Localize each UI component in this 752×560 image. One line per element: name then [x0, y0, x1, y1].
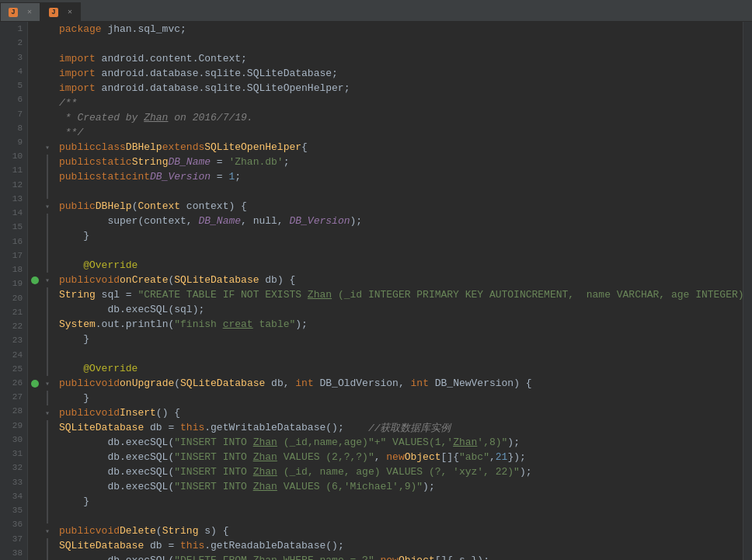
fold-gutter-line-29: [42, 435, 53, 450]
tab-dbhelp[interactable]: J ✕: [40, 2, 81, 21]
line-number-3: 3: [0, 50, 27, 64]
breakpoint-dot-18[interactable]: [31, 277, 39, 284]
left-icon-line-11: [28, 169, 42, 184]
line-number-25: 25: [0, 362, 27, 376]
code-line-34: [53, 509, 743, 523]
fold-gutter-line-5: [42, 81, 53, 96]
code-line-8: **/: [53, 125, 743, 140]
left-icon-line-13: [28, 199, 42, 214]
code-line-33: }: [53, 494, 743, 509]
fold-gutter-line-15: [42, 228, 53, 243]
code-line-19: String sql = "CREATE TABLE IF NOT EXISTS…: [53, 287, 743, 302]
tab-close-dbhelp[interactable]: ✕: [68, 9, 72, 16]
left-icon-line-12: [28, 184, 42, 199]
left-icon-line-19: [28, 287, 42, 302]
fold-gutter-line-33: [42, 494, 53, 509]
left-icon-line-6: [28, 96, 42, 110]
fold-gutter-line-8: [42, 125, 53, 140]
line-number-33: 33: [0, 475, 27, 489]
line-number-31: 31: [0, 447, 27, 461]
line-number-7: 7: [0, 106, 27, 120]
line-number-16: 16: [0, 235, 27, 249]
fold-gutter-line-35[interactable]: ▾: [42, 523, 53, 538]
breakpoint-dot-25[interactable]: [31, 380, 39, 388]
line-number-32: 32: [0, 461, 27, 475]
code-line-32: db.execSQL("INSERT INTO Zhan VALUES (6,'…: [53, 479, 743, 494]
fold-gutter-line-32: [42, 479, 53, 494]
code-area[interactable]: package jhan.sql_mvc; import android.con…: [53, 22, 743, 560]
fold-gutter-line-2: [42, 37, 53, 51]
fold-gutter-line-26: [42, 391, 53, 405]
code-line-15: }: [53, 228, 743, 243]
tab-close-mainactivity[interactable]: ✕: [27, 9, 32, 16]
left-icon-line-36: [28, 538, 42, 553]
fold-gutter-line-25[interactable]: ▾: [42, 376, 53, 391]
line-number-24: 24: [0, 347, 27, 361]
tab-mainactivity[interactable]: J ✕: [0, 2, 40, 21]
fold-gutter-line-11: [42, 169, 53, 184]
fold-gutter-line-17: [42, 258, 53, 273]
fold-gutter-line-21: [42, 317, 53, 332]
fold-gutter-line-37: [42, 553, 53, 560]
left-icon-line-32: [28, 479, 42, 494]
code-line-30: db.execSQL("INSERT INTO Zhan VALUES (2,?…: [53, 450, 743, 464]
line-number-26: 26: [0, 376, 27, 390]
fold-gutter-line-14: [42, 214, 53, 228]
fold-gutter-line-13[interactable]: ▾: [42, 199, 53, 214]
left-icon-line-26: [28, 391, 42, 405]
code-line-16: [53, 243, 743, 258]
line-number-34: 34: [0, 489, 27, 503]
code-line-35: public void Delete(String s) {: [53, 523, 743, 538]
code-line-24: @Override: [53, 361, 743, 376]
fold-gutter-line-6: [42, 96, 53, 110]
line-number-18: 18: [0, 263, 27, 277]
tab-icon-mainactivity: J: [9, 8, 18, 17]
code-line-20: db.execSQL(sql);: [53, 302, 743, 317]
code-line-13: public DBHelp(Context context) {: [53, 199, 743, 214]
code-line-11: public static int DB_Version = 1;: [53, 169, 743, 184]
fold-gutter-line-9[interactable]: ▾: [42, 140, 53, 155]
code-line-4: import android.database.sqlite.SQLiteDat…: [53, 66, 743, 81]
line-number-5: 5: [0, 78, 27, 92]
code-line-21: System.out.println("finish creat table")…: [53, 317, 743, 332]
fold-gutter-line-18[interactable]: ▾: [42, 273, 53, 287]
left-icon-line-14: [28, 214, 42, 228]
fold-gutter-line-10: [42, 155, 53, 169]
fold-gutter-line-12: [42, 184, 53, 199]
fold-gutter-line-20: [42, 302, 53, 317]
line-number-37: 37: [0, 531, 27, 545]
code-line-23: [53, 346, 743, 361]
line-number-15: 15: [0, 220, 27, 234]
left-icon-line-31: [28, 464, 42, 479]
line-number-14: 14: [0, 206, 27, 220]
left-icon-line-28: [28, 420, 42, 435]
code-line-3: import android.content.Context;: [53, 51, 743, 66]
code-line-31: db.execSQL("INSERT INTO Zhan (_id, name,…: [53, 464, 743, 479]
code-line-7: * Created by Zhan on 2016/7/19.: [53, 110, 743, 125]
code-line-22: }: [53, 332, 743, 346]
code-line-10: public static String DB_Name = 'Zhan.db'…: [53, 155, 743, 169]
line-number-4: 4: [0, 64, 27, 78]
line-number-6: 6: [0, 92, 27, 106]
line-number-19: 19: [0, 277, 27, 290]
code-line-18: public void onCreate(SQLiteDatabase db) …: [53, 273, 743, 287]
line-number-35: 35: [0, 503, 27, 517]
tab-bar: J ✕ J ✕: [0, 0, 752, 22]
left-icon-line-37: [28, 553, 42, 560]
code-line-25: public void onUpgrade(SQLiteDatabase db,…: [53, 376, 743, 391]
code-line-29: db.execSQL("INSERT INTO Zhan (_id,name,a…: [53, 435, 743, 450]
left-icon-line-22: [28, 332, 42, 346]
left-icon-line-8: [28, 125, 42, 140]
line-number-22: 22: [0, 319, 27, 333]
left-icon-line-21: [28, 317, 42, 332]
fold-gutter-line-16: [42, 243, 53, 258]
code-line-2: [53, 37, 743, 51]
left-icon-line-2: [28, 37, 42, 51]
left-icon-line-27: [28, 405, 42, 420]
line-number-1: 1: [0, 22, 27, 36]
tab-icon-dbhelp: J: [49, 8, 58, 17]
line-number-12: 12: [0, 178, 27, 192]
fold-gutter-line-27[interactable]: ▾: [42, 405, 53, 420]
line-number-36: 36: [0, 517, 27, 531]
left-icon-line-9: [28, 140, 42, 155]
